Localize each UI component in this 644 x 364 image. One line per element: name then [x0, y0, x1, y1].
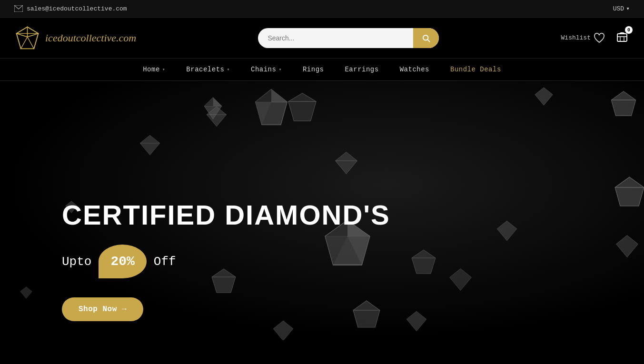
svg-marker-51 — [497, 221, 517, 241]
logo-area[interactable]: icedoutcollective.com — [14, 25, 136, 51]
logo-icon — [14, 25, 40, 51]
svg-marker-27 — [140, 135, 160, 155]
nav-chevron-chains: ▾ — [278, 67, 282, 72]
nav-item-watches[interactable]: Watches — [389, 59, 440, 80]
nav-item-rings[interactable]: Rings — [292, 59, 335, 80]
header: icedoutcollective.com Wishlist — [0, 18, 644, 58]
gem-right2 — [533, 86, 555, 107]
heart-icon — [594, 33, 605, 43]
logo-text: icedoutcollective.com — [45, 32, 136, 44]
svg-marker-4 — [17, 33, 28, 49]
svg-marker-49 — [611, 91, 635, 116]
gem-5 — [138, 133, 162, 157]
gem-2 — [252, 88, 290, 126]
wishlist-area[interactable]: Wishlist — [561, 33, 605, 43]
search-icon — [422, 34, 430, 42]
nav-item-earrings[interactable]: Earrings — [334, 59, 389, 80]
gem-right5 — [614, 233, 640, 259]
cart-badge: 0 — [625, 26, 633, 34]
gem-bottom2 — [405, 309, 428, 333]
navigation: Home ▾ Bracelets ▾ Chains ▾ Rings Earrin… — [0, 58, 644, 81]
svg-marker-21 — [256, 89, 271, 102]
gem-6 — [333, 150, 359, 176]
email-area: sales@icedoutcollective.com — [14, 5, 127, 12]
svg-marker-5 — [28, 33, 39, 49]
svg-marker-48 — [535, 88, 553, 106]
nav-item-bracelets[interactable]: Bracelets ▾ — [176, 59, 240, 80]
search-button[interactable] — [413, 28, 439, 48]
gem-sm2 — [447, 266, 474, 293]
gem-right3 — [609, 90, 638, 117]
cart-area[interactable]: 0 — [614, 29, 630, 47]
hero-offer: Upto 20% Off — [62, 245, 390, 278]
gem-right1 — [614, 176, 644, 207]
shop-now-button[interactable]: Shop Now → — [62, 297, 143, 321]
svg-marker-56 — [273, 321, 293, 340]
svg-marker-55 — [406, 311, 426, 331]
offer-prefix: Upto — [62, 255, 91, 269]
nav-item-bundle-deals[interactable]: Bundle Deals — [440, 59, 512, 80]
email-text: sales@icedoutcollective.com — [27, 5, 127, 12]
offer-suffix: Off — [154, 255, 176, 269]
hero-section: CERTIFIED DIAMOND'S Upto 20% Off Shop No… — [0, 81, 644, 340]
svg-marker-23 — [288, 93, 316, 121]
top-bar: sales@icedoutcollective.com USD ▾ — [0, 0, 644, 18]
gem-sm1 — [19, 285, 33, 300]
svg-marker-29 — [336, 152, 357, 174]
email-icon — [14, 5, 23, 12]
nav-chevron-bracelets: ▾ — [227, 67, 230, 72]
svg-marker-46 — [615, 177, 644, 206]
header-actions: Wishlist 0 — [561, 29, 630, 47]
nav-chevron-home: ▾ — [162, 67, 166, 72]
search-input[interactable] — [258, 29, 413, 48]
svg-marker-20 — [271, 89, 287, 102]
gem-bottom3 — [271, 319, 295, 340]
gem-right4 — [495, 219, 519, 243]
svg-marker-44 — [20, 287, 32, 299]
gem-4 — [205, 105, 228, 128]
svg-marker-25 — [207, 107, 227, 127]
gem-3 — [286, 90, 319, 124]
svg-marker-45 — [450, 269, 472, 291]
svg-rect-10 — [617, 34, 627, 41]
offer-badge: 20% — [99, 245, 146, 278]
currency-chevron: ▾ — [626, 5, 630, 12]
currency-label: USD — [613, 5, 624, 12]
gem-10 — [409, 247, 438, 276]
nav-item-home[interactable]: Home ▾ — [132, 59, 176, 80]
hero-title: CERTIFIED DIAMOND'S — [62, 200, 390, 230]
svg-line-9 — [428, 39, 430, 41]
wishlist-label: Wishlist — [561, 34, 591, 41]
currency-selector[interactable]: USD ▾ — [613, 5, 630, 12]
nav-item-chains[interactable]: Chains ▾ — [240, 59, 292, 80]
hero-content: CERTIFIED DIAMOND'S Upto 20% Off Shop No… — [62, 200, 390, 321]
svg-marker-36 — [412, 250, 436, 274]
svg-marker-52 — [616, 236, 638, 257]
search-area — [258, 28, 439, 48]
